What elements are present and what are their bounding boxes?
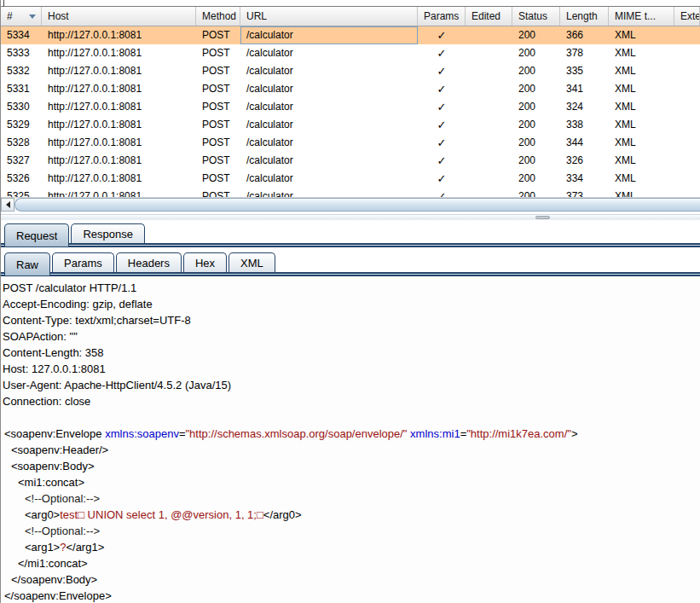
cell-method: POST	[196, 98, 240, 116]
raw-request-editor[interactable]: POST /calculator HTTP/1.1Accept-Encoding…	[1, 276, 700, 603]
column-header-method[interactable]: Method	[196, 7, 240, 26]
request-header-line: Connection: close	[3, 393, 700, 409]
xml-comment-segment: <!--Optional:-->	[25, 492, 100, 505]
table-row[interactable]: 5325http://127.0.0.1:8081POST/calculator…	[1, 188, 700, 197]
cell-length: 378	[560, 44, 609, 62]
cell-status: 200	[512, 116, 560, 134]
xml-tag-segment: </soapenv:Body>	[11, 573, 97, 586]
table-row[interactable]: 5331http://127.0.0.1:8081POST/calculator…	[1, 80, 700, 98]
cell-params: ✓	[418, 188, 466, 197]
cell-mime: XML	[609, 116, 674, 134]
cell-mime: XML	[609, 152, 674, 170]
column-header-edited[interactable]: Edited	[466, 7, 512, 26]
table-row[interactable]: 5332http://127.0.0.1:8081POST/calculator…	[1, 62, 700, 80]
cell-url: /calculator	[240, 170, 418, 188]
cell-exten	[674, 98, 700, 116]
cell-length: 326	[560, 152, 609, 170]
cell-status: 200	[512, 44, 560, 62]
cell-mime: XML	[609, 134, 674, 152]
cell-edited	[466, 62, 512, 80]
column-header-label: Edited	[471, 10, 500, 22]
table-row[interactable]: 5330http://127.0.0.1:8081POST/calculator…	[1, 98, 700, 116]
request-xml-line: <soapenv:Header/>	[3, 442, 700, 458]
cell-length: 344	[560, 134, 609, 152]
cell-mime: XML	[609, 26, 674, 44]
cell-num: 5329	[1, 116, 42, 134]
subtab-raw[interactable]: Raw	[4, 252, 50, 275]
cell-status: 200	[512, 62, 560, 80]
cell-edited	[466, 152, 512, 170]
cell-num: 5334	[1, 26, 42, 44]
cell-method: POST	[196, 62, 240, 80]
table-row[interactable]: 5328http://127.0.0.1:8081POST/calculator…	[1, 134, 700, 152]
column-header-mime[interactable]: MIME t...	[609, 7, 674, 26]
subtab-headers[interactable]: Headers	[116, 252, 182, 272]
table-row[interactable]: 5334http://127.0.0.1:8081POST/calculator…	[1, 26, 700, 44]
request-xml-line: <soapenv:Envelope xmlns:soapenv="http://…	[3, 426, 700, 442]
cell-exten	[674, 26, 700, 44]
cell-method: POST	[196, 134, 240, 152]
cell-num: 5328	[1, 134, 42, 152]
table-row[interactable]: 5327http://127.0.0.1:8081POST/calculator…	[1, 152, 700, 170]
cell-length: 334	[560, 170, 609, 188]
cell-host: http://127.0.0.1:8081	[42, 134, 196, 152]
column-header-host[interactable]: Host	[42, 7, 196, 26]
cell-mime: XML	[609, 44, 674, 62]
column-header-url[interactable]: URL	[240, 7, 418, 26]
cell-host: http://127.0.0.1:8081	[42, 98, 196, 116]
column-header-num[interactable]: #	[1, 7, 42, 26]
column-header-exten[interactable]: Extension	[674, 7, 700, 26]
cell-params: ✓	[418, 98, 466, 116]
tab-request[interactable]: Request	[4, 223, 69, 246]
cell-exten	[674, 44, 700, 62]
column-header-label: URL	[246, 10, 267, 22]
splitter-grip-icon[interactable]	[535, 216, 550, 219]
cell-edited	[466, 134, 512, 152]
column-header-params[interactable]: Params	[418, 7, 466, 26]
xml-attr-segment: xmlns:soapenv	[105, 427, 179, 440]
table-header-row: #HostMethodURLParamsEditedStatusLengthMI…	[1, 7, 700, 26]
request-header-line: SOAPAction: ""	[3, 328, 700, 345]
cell-url: /calculator	[240, 26, 418, 44]
xml-val-segment: test□ UNION select 1, @@version, 1, 1;□	[60, 508, 263, 521]
cell-exten	[674, 134, 700, 152]
cell-exten	[674, 170, 700, 188]
subtab-params[interactable]: Params	[52, 252, 114, 272]
column-header-status[interactable]: Status	[512, 7, 560, 26]
cell-host: http://127.0.0.1:8081	[42, 170, 196, 188]
column-header-label: Length	[566, 10, 598, 22]
table-row[interactable]: 5329http://127.0.0.1:8081POST/calculator…	[1, 116, 700, 134]
column-header-label: Host	[48, 10, 69, 22]
xml-tag-segment: <mi1:concat>	[18, 476, 84, 489]
table-row[interactable]: 5326http://127.0.0.1:8081POST/calculator…	[1, 170, 700, 188]
cell-url: /calculator	[240, 152, 418, 170]
cell-status: 200	[512, 170, 560, 188]
xml-val-segment: "http://schemas.xmlsoap.org/soap/envelop…	[186, 427, 408, 440]
xml-val-segment: "http://mi1k7ea.com/"	[466, 427, 571, 440]
cell-params: ✓	[418, 80, 466, 98]
cell-url: /calculator	[240, 80, 418, 98]
request-xml-line: <mi1:concat>	[3, 474, 700, 490]
horizontal-scrollbar[interactable]	[1, 197, 700, 211]
cell-exten	[674, 80, 700, 98]
cell-params: ✓	[418, 170, 466, 188]
scrollbar-thumb[interactable]	[14, 198, 700, 212]
cell-method: POST	[196, 116, 240, 134]
scroll-left-button[interactable]	[1, 198, 14, 212]
cell-status: 200	[512, 26, 560, 44]
request-xml-line: </soapenv:Envelope>	[3, 588, 700, 603]
message-tabs-underline	[1, 243, 700, 247]
cell-edited	[466, 44, 512, 62]
table-row[interactable]: 5333http://127.0.0.1:8081POST/calculator…	[1, 44, 700, 62]
subtab-xml[interactable]: XML	[229, 252, 275, 272]
request-header-line: Content-Length: 358	[3, 345, 700, 361]
cell-params: ✓	[418, 152, 466, 170]
pane-splitter[interactable]	[1, 214, 700, 220]
subtab-hex[interactable]: Hex	[183, 252, 227, 272]
cell-method: POST	[196, 44, 240, 62]
column-header-length[interactable]: Length	[560, 7, 609, 26]
tab-response[interactable]: Response	[71, 223, 145, 243]
cell-mime: XML	[609, 170, 674, 188]
cell-exten	[674, 116, 700, 134]
cell-mime: XML	[609, 62, 674, 80]
